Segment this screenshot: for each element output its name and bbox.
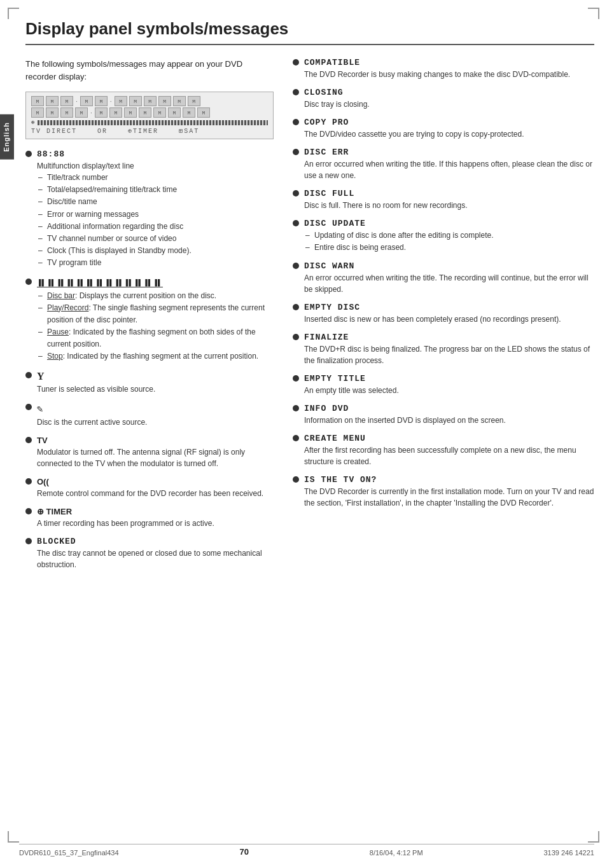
seg12: M xyxy=(31,107,44,118)
item-desc: The DVD/video cassette you are trying to… xyxy=(304,128,594,140)
rec-icon: ⊕ xyxy=(31,119,34,126)
list-item: CREATE MENU After the first recording ha… xyxy=(293,434,594,467)
right-column: COMPATIBLE The DVD Recorder is busy maki… xyxy=(293,58,594,578)
list-item: TV channel number or source of video xyxy=(37,233,274,245)
item-symbol: ▐▌▐▌▐▌▐▌▐▌▐▌▐▌▐▌▐▌▐▌▐▌▐▌▐▌ xyxy=(37,279,163,287)
item-symbol: COPY PRO xyxy=(304,118,594,127)
dot2: · xyxy=(109,99,113,104)
item-desc: A timer recording has been programmed or… xyxy=(37,518,274,529)
item-body: DISC UPDATE Updating of disc is done aft… xyxy=(304,219,594,254)
item-body: 88:88 Multifunction display/text line Ti… xyxy=(37,149,274,270)
list-item: Error or warning messages xyxy=(37,209,274,221)
list-item: O(( Remote control command for the DVD r… xyxy=(25,477,274,499)
list-item: Additional information regarding the dis… xyxy=(37,221,274,233)
item-body: DISC ERR An error occurred when writing … xyxy=(304,148,594,181)
list-item: COMPATIBLE The DVD Recorder is busy maki… xyxy=(293,58,594,80)
list-item: Pause: Indicated by the flashing segment… xyxy=(37,326,274,350)
seg23: M xyxy=(197,107,210,118)
bullet-icon xyxy=(25,372,32,378)
item-desc: An empty title was selected. xyxy=(304,385,594,396)
list-item: TV Modulator is turned off. The antenna … xyxy=(25,436,274,469)
display-icons: TV DIRECT OR ⊕TIMER ⊞SAT xyxy=(31,127,268,135)
item-desc: Tuner is selected as visible source. xyxy=(37,383,274,395)
bullet-icon xyxy=(293,59,299,65)
item-desc: An error occurred when writing the title… xyxy=(304,158,594,181)
list-item: Updating of disc is done after the editi… xyxy=(304,230,594,242)
item-desc: Remote control command for the DVD recor… xyxy=(37,488,274,499)
seg5: M xyxy=(95,96,108,106)
bullet-icon xyxy=(293,220,299,226)
item-desc: Modulator is turned off. The antenna sig… xyxy=(37,446,274,469)
list-item: EMPTY DISC Inserted disc is new or has b… xyxy=(293,303,594,325)
item-symbol: BLOCKED xyxy=(37,537,274,546)
list-item: DISC UPDATE Updating of disc is done aft… xyxy=(293,219,594,254)
seg9: M xyxy=(158,96,171,106)
bullet-icon xyxy=(25,151,32,157)
bullet-icon xyxy=(25,478,32,485)
item-symbol: COMPATIBLE xyxy=(304,58,594,67)
item-body: TV Modulator is turned off. The antenna … xyxy=(37,436,274,469)
item-symbol: ⊕ TIMER xyxy=(37,507,274,516)
seg13: M xyxy=(46,107,59,118)
list-item: IS THE TV ON? The DVD Recorder is curren… xyxy=(293,475,594,509)
item-body: BLOCKED The disc tray cannot be opened o… xyxy=(37,537,274,570)
page-number: 70 xyxy=(239,847,248,857)
item-desc: The DVD Recorder is busy making changes … xyxy=(304,69,594,80)
seg17: M xyxy=(109,107,122,118)
bullet-icon xyxy=(25,279,32,285)
timer-label: ⊕TIMER xyxy=(128,128,158,135)
item-body: DISC FULL Disc is full. There is no room… xyxy=(304,189,594,211)
bullet-icon xyxy=(293,190,299,196)
list-item: Clock (This is displayed in Standby mode… xyxy=(37,245,274,257)
item-body: COPY PRO The DVD/video cassette you are … xyxy=(304,118,594,140)
bullet-icon xyxy=(293,304,299,310)
or-label: OR xyxy=(97,128,108,135)
corner-tl xyxy=(8,8,19,19)
item-desc: The DVD+R disc is being finalized. The p… xyxy=(304,343,594,366)
list-item: ✎ Disc is the current active source. xyxy=(25,403,274,428)
item-symbol: ✎ xyxy=(37,403,274,415)
page-title: Display panel symbols/messages xyxy=(25,19,594,45)
item-body: ✎ Disc is the current active source. xyxy=(37,403,274,428)
corner-br xyxy=(588,831,599,843)
footer-filename: DVDR610_615_37_Engfinal434 xyxy=(19,849,119,857)
item-body: Y Tuner is selected as visible source. xyxy=(37,371,274,395)
display-panel: M M M · M M · M M M M M M xyxy=(25,92,274,139)
list-item: Stop: Indicated by the flashing segment … xyxy=(37,350,274,362)
bullet-icon xyxy=(293,149,299,155)
bullet-icon xyxy=(293,334,299,340)
seg4: M xyxy=(80,96,93,106)
list-item: Total/elapsed/remaining title/track time xyxy=(37,184,274,196)
item-body: DISC WARN An error occurred when writing… xyxy=(304,261,594,295)
list-item: DISC WARN An error occurred when writing… xyxy=(293,261,594,295)
item-body: INFO DVD Information on the inserted DVD… xyxy=(304,404,594,426)
tv-direct-label: TV DIRECT xyxy=(31,128,77,135)
bullet-icon xyxy=(293,263,299,269)
item-symbol: DISC UPDATE xyxy=(304,219,594,228)
seg1: M xyxy=(31,96,44,106)
item-desc: Inserted disc is new or has been complet… xyxy=(304,313,594,325)
item-symbol: DISC ERR xyxy=(304,148,594,157)
item-desc: Information on the inserted DVD is displ… xyxy=(304,415,594,426)
item-body: IS THE TV ON? The DVD Recorder is curren… xyxy=(304,475,594,509)
item-body: ⊕ TIMER A timer recording has been progr… xyxy=(37,507,274,529)
item-body: O(( Remote control command for the DVD r… xyxy=(37,477,274,499)
language-tab: English xyxy=(0,114,14,160)
page-wrapper: English Display panel symbols/messages T… xyxy=(0,0,607,868)
list-item: TV program title xyxy=(37,257,274,269)
list-item: EMPTY TITLE An empty title was selected. xyxy=(293,374,594,396)
list-item: 88:88 Multifunction display/text line Ti… xyxy=(25,149,274,270)
bullet-icon xyxy=(25,404,32,410)
item-symbol: EMPTY DISC xyxy=(304,303,594,312)
seg15: M xyxy=(75,107,88,118)
item-symbol: INFO DVD xyxy=(304,404,594,413)
bullet-icon xyxy=(293,405,299,411)
bullet-icon xyxy=(293,435,299,441)
sub-list: Disc bar: Displays the current position … xyxy=(37,290,274,363)
list-item: ▐▌▐▌▐▌▐▌▐▌▐▌▐▌▐▌▐▌▐▌▐▌▐▌▐▌ Disc bar: Dis… xyxy=(25,277,274,363)
list-item: BLOCKED The disc tray cannot be opened o… xyxy=(25,537,274,570)
seg21: M xyxy=(168,107,181,118)
list-item: FINALIZE The DVD+R disc is being finaliz… xyxy=(293,333,594,366)
sub-list: Updating of disc is done after the editi… xyxy=(304,230,594,254)
sat-label: ⊞SAT xyxy=(179,128,199,135)
